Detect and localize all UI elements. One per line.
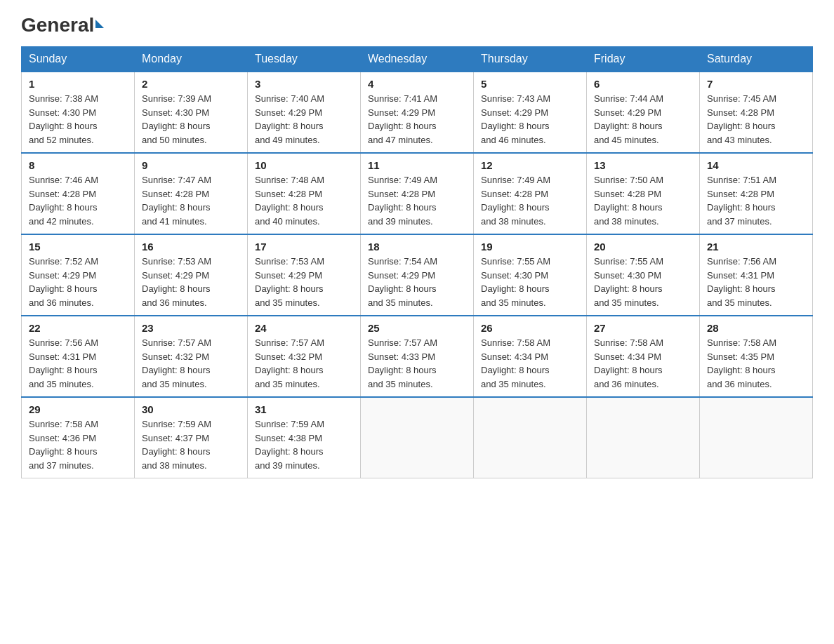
column-header-monday: Monday	[135, 47, 248, 72]
calendar-cell: 11Sunrise: 7:49 AMSunset: 4:28 PMDayligh…	[361, 153, 474, 234]
day-number: 23	[142, 322, 240, 334]
calendar-cell: 27Sunrise: 7:58 AMSunset: 4:34 PMDayligh…	[587, 316, 700, 397]
day-number: 21	[707, 241, 805, 253]
day-info: Sunrise: 7:58 AMSunset: 4:36 PMDaylight:…	[29, 417, 127, 472]
day-info: Sunrise: 7:45 AMSunset: 4:28 PMDaylight:…	[707, 92, 805, 147]
calendar-cell: 13Sunrise: 7:50 AMSunset: 4:28 PMDayligh…	[587, 153, 700, 234]
day-info: Sunrise: 7:50 AMSunset: 4:28 PMDaylight:…	[594, 173, 692, 228]
calendar-cell: 17Sunrise: 7:53 AMSunset: 4:29 PMDayligh…	[248, 234, 361, 316]
day-info: Sunrise: 7:56 AMSunset: 4:31 PMDaylight:…	[29, 336, 127, 391]
day-number: 1	[29, 78, 127, 90]
day-info: Sunrise: 7:49 AMSunset: 4:28 PMDaylight:…	[368, 173, 466, 228]
day-info: Sunrise: 7:52 AMSunset: 4:29 PMDaylight:…	[29, 255, 127, 309]
day-number: 27	[594, 322, 692, 334]
calendar-cell: 28Sunrise: 7:58 AMSunset: 4:35 PMDayligh…	[700, 316, 813, 397]
calendar-cell: 8Sunrise: 7:46 AMSunset: 4:28 PMDaylight…	[22, 153, 135, 234]
calendar-cell: 25Sunrise: 7:57 AMSunset: 4:33 PMDayligh…	[361, 316, 474, 397]
day-info: Sunrise: 7:40 AMSunset: 4:29 PMDaylight:…	[255, 92, 353, 147]
day-info: Sunrise: 7:54 AMSunset: 4:29 PMDaylight:…	[368, 255, 466, 309]
day-number: 31	[255, 403, 353, 415]
day-number: 29	[29, 403, 127, 415]
day-info: Sunrise: 7:57 AMSunset: 4:33 PMDaylight:…	[368, 336, 466, 391]
calendar-cell: 9Sunrise: 7:47 AMSunset: 4:28 PMDaylight…	[135, 153, 248, 234]
day-number: 8	[29, 159, 127, 171]
day-info: Sunrise: 7:59 AMSunset: 4:38 PMDaylight:…	[255, 417, 353, 472]
day-info: Sunrise: 7:44 AMSunset: 4:29 PMDaylight:…	[594, 92, 692, 147]
column-header-friday: Friday	[587, 47, 700, 72]
day-info: Sunrise: 7:43 AMSunset: 4:29 PMDaylight:…	[481, 92, 579, 147]
day-number: 2	[142, 78, 240, 90]
day-number: 19	[481, 241, 579, 253]
day-number: 4	[368, 78, 466, 90]
day-number: 14	[707, 159, 805, 171]
day-info: Sunrise: 7:39 AMSunset: 4:30 PMDaylight:…	[142, 92, 240, 147]
calendar-cell	[361, 397, 474, 478]
calendar-cell	[474, 397, 587, 478]
day-info: Sunrise: 7:56 AMSunset: 4:31 PMDaylight:…	[707, 255, 805, 309]
calendar-cell: 2Sunrise: 7:39 AMSunset: 4:30 PMDaylight…	[135, 72, 248, 153]
day-number: 9	[142, 159, 240, 171]
calendar-cell	[700, 397, 813, 478]
day-info: Sunrise: 7:57 AMSunset: 4:32 PMDaylight:…	[142, 336, 240, 391]
day-number: 24	[255, 322, 353, 334]
day-number: 13	[594, 159, 692, 171]
calendar-cell: 18Sunrise: 7:54 AMSunset: 4:29 PMDayligh…	[361, 234, 474, 316]
calendar-header-row: SundayMondayTuesdayWednesdayThursdayFrid…	[22, 47, 813, 72]
day-number: 26	[481, 322, 579, 334]
day-info: Sunrise: 7:47 AMSunset: 4:28 PMDaylight:…	[142, 173, 240, 228]
column-header-tuesday: Tuesday	[248, 47, 361, 72]
day-info: Sunrise: 7:55 AMSunset: 4:30 PMDaylight:…	[594, 255, 692, 309]
calendar-cell: 29Sunrise: 7:58 AMSunset: 4:36 PMDayligh…	[22, 397, 135, 478]
calendar-cell: 10Sunrise: 7:48 AMSunset: 4:28 PMDayligh…	[248, 153, 361, 234]
calendar-cell: 4Sunrise: 7:41 AMSunset: 4:29 PMDaylight…	[361, 72, 474, 153]
column-header-thursday: Thursday	[474, 47, 587, 72]
week-row-4: 22Sunrise: 7:56 AMSunset: 4:31 PMDayligh…	[22, 316, 813, 397]
calendar-cell: 19Sunrise: 7:55 AMSunset: 4:30 PMDayligh…	[474, 234, 587, 316]
calendar-cell: 12Sunrise: 7:49 AMSunset: 4:28 PMDayligh…	[474, 153, 587, 234]
calendar-cell: 30Sunrise: 7:59 AMSunset: 4:37 PMDayligh…	[135, 397, 248, 478]
calendar-cell: 22Sunrise: 7:56 AMSunset: 4:31 PMDayligh…	[22, 316, 135, 397]
calendar-cell: 31Sunrise: 7:59 AMSunset: 4:38 PMDayligh…	[248, 397, 361, 478]
day-number: 22	[29, 322, 127, 334]
day-number: 7	[707, 78, 805, 90]
day-info: Sunrise: 7:57 AMSunset: 4:32 PMDaylight:…	[255, 336, 353, 391]
week-row-5: 29Sunrise: 7:58 AMSunset: 4:36 PMDayligh…	[22, 397, 813, 478]
calendar-cell: 5Sunrise: 7:43 AMSunset: 4:29 PMDaylight…	[474, 72, 587, 153]
calendar-cell: 24Sunrise: 7:57 AMSunset: 4:32 PMDayligh…	[248, 316, 361, 397]
calendar-cell: 26Sunrise: 7:58 AMSunset: 4:34 PMDayligh…	[474, 316, 587, 397]
logo: General	[21, 14, 104, 34]
day-info: Sunrise: 7:58 AMSunset: 4:34 PMDaylight:…	[594, 336, 692, 391]
week-row-3: 15Sunrise: 7:52 AMSunset: 4:29 PMDayligh…	[22, 234, 813, 316]
calendar-cell: 23Sunrise: 7:57 AMSunset: 4:32 PMDayligh…	[135, 316, 248, 397]
week-row-1: 1Sunrise: 7:38 AMSunset: 4:30 PMDaylight…	[22, 72, 813, 153]
day-info: Sunrise: 7:38 AMSunset: 4:30 PMDaylight:…	[29, 92, 127, 147]
day-info: Sunrise: 7:53 AMSunset: 4:29 PMDaylight:…	[142, 255, 240, 309]
calendar-cell: 14Sunrise: 7:51 AMSunset: 4:28 PMDayligh…	[700, 153, 813, 234]
day-number: 6	[594, 78, 692, 90]
day-info: Sunrise: 7:59 AMSunset: 4:37 PMDaylight:…	[142, 417, 240, 472]
calendar-cell: 3Sunrise: 7:40 AMSunset: 4:29 PMDaylight…	[248, 72, 361, 153]
day-number: 25	[368, 322, 466, 334]
calendar-cell: 7Sunrise: 7:45 AMSunset: 4:28 PMDaylight…	[700, 72, 813, 153]
day-number: 30	[142, 403, 240, 415]
calendar-cell: 20Sunrise: 7:55 AMSunset: 4:30 PMDayligh…	[587, 234, 700, 316]
day-number: 18	[368, 241, 466, 253]
day-number: 20	[594, 241, 692, 253]
day-number: 12	[481, 159, 579, 171]
logo-triangle-icon	[95, 20, 104, 28]
day-info: Sunrise: 7:51 AMSunset: 4:28 PMDaylight:…	[707, 173, 805, 228]
day-number: 15	[29, 241, 127, 253]
day-number: 17	[255, 241, 353, 253]
calendar-cell: 16Sunrise: 7:53 AMSunset: 4:29 PMDayligh…	[135, 234, 248, 316]
page-header: General	[21, 14, 813, 34]
week-row-2: 8Sunrise: 7:46 AMSunset: 4:28 PMDaylight…	[22, 153, 813, 234]
day-number: 28	[707, 322, 805, 334]
day-info: Sunrise: 7:58 AMSunset: 4:35 PMDaylight:…	[707, 336, 805, 391]
day-number: 3	[255, 78, 353, 90]
calendar-cell: 15Sunrise: 7:52 AMSunset: 4:29 PMDayligh…	[22, 234, 135, 316]
day-number: 5	[481, 78, 579, 90]
day-number: 10	[255, 159, 353, 171]
calendar-cell: 6Sunrise: 7:44 AMSunset: 4:29 PMDaylight…	[587, 72, 700, 153]
day-info: Sunrise: 7:55 AMSunset: 4:30 PMDaylight:…	[481, 255, 579, 309]
logo-general: General	[21, 14, 94, 36]
